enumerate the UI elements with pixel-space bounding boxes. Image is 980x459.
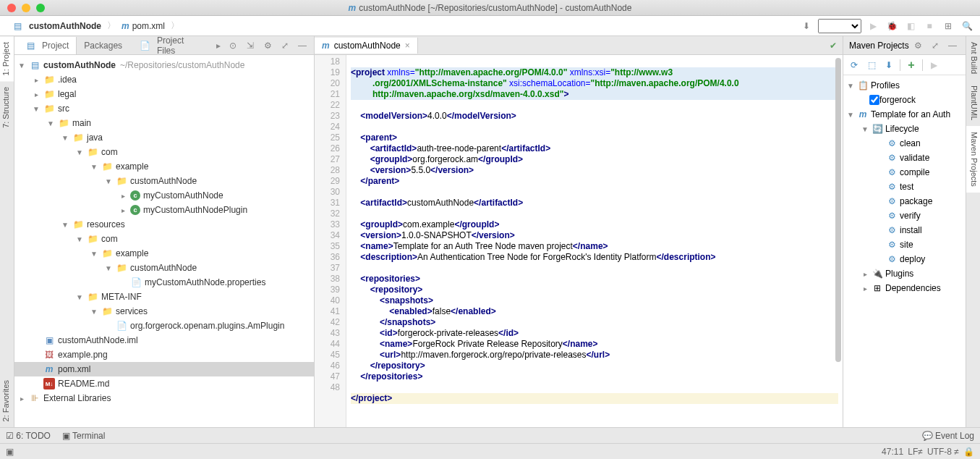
tab-packages[interactable]: Packages [77,38,129,54]
minimize-window-icon[interactable] [22,4,30,12]
maven-profiles[interactable]: ▼📋Profiles [843,78,966,93]
close-window-icon[interactable] [7,4,16,12]
rail-tab-favorites[interactable]: 2: Favorites [0,374,14,427]
tree-src[interactable]: ▼📁src [14,101,314,116]
maven-goal-package[interactable]: ⚙package [843,194,966,209]
maven-goal-test[interactable]: ⚙test [843,180,966,194]
properties-icon: 📄 [130,277,142,288]
status-caret-pos[interactable]: 47:11 [882,447,903,457]
tree-class[interactable]: ▸cmyCustomAuthNodePlugin [14,203,314,217]
tree-pom[interactable]: mpom.xml [14,362,314,376]
chevron-right-icon: 〉 [107,20,116,32]
library-icon: ⊪ [29,392,41,404]
scrollbar-thumb[interactable] [835,58,841,362]
minimize-icon[interactable]: — [295,38,310,53]
tree-example2[interactable]: ▼📁example [14,246,314,261]
maven-goal-validate[interactable]: ⚙validate [843,151,966,165]
tree-extlibs[interactable]: ▸⊪External Libraries [14,391,314,405]
tree-legal[interactable]: ▸📁legal [14,87,314,101]
status-line-ending[interactable]: LF≠ [908,447,923,457]
structure-icon[interactable]: ⊞ [941,19,955,33]
vertical-scrollbar[interactable] [834,55,843,427]
minimize-icon[interactable]: — [945,38,960,53]
editor: mcustomAuthNode× ✔ 181920212223242526272… [315,36,843,427]
run-config-select[interactable] [818,19,861,33]
gear-icon: ⚙ [886,211,898,221]
tree-customauthnode2[interactable]: ▼📁customAuthNode [14,261,314,275]
refresh-icon[interactable]: ⟳ [848,59,861,72]
gutter[interactable]: 1819202122232425262728293031323334353637… [315,55,346,427]
tree-customauthnode[interactable]: ▼📁customAuthNode [14,174,314,188]
status-window-icon[interactable]: ▣ [6,447,14,457]
tree-services[interactable]: ▼📁services [14,304,314,319]
maven-goal-compile[interactable]: ⚙compile [843,165,966,180]
tree-example[interactable]: ▼📁example [14,159,314,174]
gear-icon[interactable]: ⚙ [260,38,275,53]
debug-icon[interactable]: 🐞 [885,19,899,33]
tool-terminal[interactable]: ▣ Terminal [62,431,105,441]
maven-goal-deploy[interactable]: ⚙deploy [843,252,966,266]
lock-icon[interactable]: 🔒 [963,447,974,457]
close-icon[interactable]: × [405,41,410,51]
maven-goal-install[interactable]: ⚙install [843,223,966,237]
tree-amplugin[interactable]: 📄org.forgerock.openam.plugins.AmPlugin [14,319,314,333]
generate-icon[interactable]: ⬚ [865,59,878,72]
tree-java[interactable]: ▼📁java [14,130,314,145]
maven-goal-verify[interactable]: ⚙verify [843,209,966,223]
tree-root[interactable]: ▼▤customAuthNode~/Repositories/customAut… [14,58,314,72]
tree-readme[interactable]: M↓README.md [14,376,314,391]
maximize-window-icon[interactable] [36,4,45,12]
code-area[interactable]: <project xmlns="http://maven.apache.org/… [346,55,843,427]
tree-props[interactable]: 📄myCustomAuthNode.properties [14,275,314,290]
rail-tab-ant[interactable]: Ant Build [966,36,980,80]
tree-main[interactable]: ▼📁main [14,116,314,130]
maven-dependencies[interactable]: ▸⊞Dependencies [843,281,966,295]
tree-resources[interactable]: ▼📁resources [14,217,314,232]
rail-tab-plantuml[interactable]: PlantUML [966,80,980,126]
breadcrumb-project[interactable]: ▤customAuthNode [6,19,104,33]
build-icon[interactable]: ⬇ [799,19,814,33]
maven-profile-item[interactable]: forgerock [843,93,966,107]
project-tree[interactable]: ▼▤customAuthNode~/Repositories/customAut… [14,55,314,427]
tree-idea[interactable]: ▸📁.idea [14,72,314,87]
collapse-icon[interactable]: ⇲ [243,38,257,53]
locate-icon[interactable]: ⊙ [226,38,240,53]
status-encoding[interactable]: UTF-8 ≠ [927,447,959,457]
gear-icon[interactable]: ⚙ [911,38,925,53]
maven-tree[interactable]: ▼📋Profiles forgerock ▼mTemplate for an A… [843,75,966,427]
maven-lifecycle[interactable]: ▼🔄Lifecycle [843,122,966,136]
editor-body[interactable]: 1819202122232425262728293031323334353637… [315,55,843,427]
editor-tab[interactable]: mcustomAuthNode× [315,38,418,54]
rail-tab-project[interactable]: 1: Project [0,36,14,81]
tree-iml[interactable]: ▣customAuthNode.iml [14,333,314,348]
run-icon[interactable]: ▶ [927,59,940,72]
maven-goal-clean[interactable]: ⚙clean [843,136,966,151]
tool-todo[interactable]: ☑ 6: TODO [6,431,51,441]
download-icon[interactable]: ⬇ [882,59,895,72]
maven-goal-site[interactable]: ⚙site [843,237,966,252]
add-icon[interactable]: + [905,59,918,72]
tree-png[interactable]: 🖼example.png [14,348,314,362]
module-icon: ▣ [43,334,55,346]
hide-icon[interactable]: ⤢ [278,38,292,53]
tool-eventlog[interactable]: 💬 Event Log [922,431,974,441]
maven-plugins[interactable]: ▸🔌Plugins [843,266,966,281]
rail-tab-structure[interactable]: 7: Structure [0,81,14,134]
search-icon[interactable]: 🔍 [960,19,974,33]
profiles-icon: 📋 [857,80,869,90]
stop-icon[interactable]: ■ [922,19,937,33]
profile-checkbox[interactable] [869,95,879,105]
tree-class[interactable]: ▸cmyCustomAuthNode [14,188,314,203]
tree-com[interactable]: ▼📁com [14,145,314,159]
maven-template[interactable]: ▼mTemplate for an Auth [843,107,966,122]
chevron-right-icon[interactable]: ▸ [211,38,226,53]
rail-tab-maven[interactable]: Maven Projects [966,126,980,193]
breadcrumb-file[interactable]: m pom.xml [119,20,168,33]
tree-metainf[interactable]: ▼📁META-INF [14,290,314,304]
tab-project[interactable]: ▤Project [14,37,77,54]
tree-com2[interactable]: ▼📁com [14,232,314,246]
hide-icon[interactable]: ⤢ [928,38,942,53]
folder-icon: ▤ [12,20,23,32]
run-icon[interactable]: ▶ [866,19,880,33]
coverage-icon[interactable]: ◧ [903,19,918,33]
